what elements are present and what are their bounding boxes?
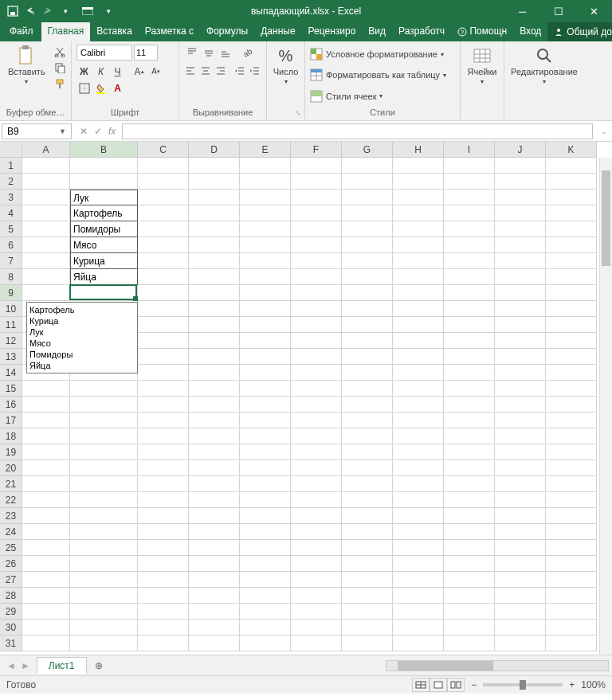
cell-E12[interactable]: [240, 333, 291, 349]
dropdown-item[interactable]: Лук: [29, 327, 135, 338]
cell-G23[interactable]: [342, 508, 393, 524]
cell-C23[interactable]: [138, 508, 189, 524]
cell-A17[interactable]: [22, 413, 70, 428]
cell-E14[interactable]: [240, 365, 291, 381]
cell-K10[interactable]: [546, 301, 597, 317]
cell-F8[interactable]: [291, 269, 342, 285]
cell-D12[interactable]: [189, 333, 240, 349]
dropdown-item[interactable]: Картофель: [29, 304, 135, 315]
row-header-22[interactable]: 22: [0, 492, 22, 508]
zoom-slider[interactable]: [483, 683, 563, 686]
ribbon-display-icon[interactable]: [72, 7, 104, 15]
cell-F7[interactable]: [291, 253, 342, 269]
sheet-nav[interactable]: ◄►: [0, 660, 37, 671]
redo-icon[interactable]: [41, 5, 54, 18]
format-as-table-button[interactable]: Форматировать как таблицу ▾: [310, 68, 455, 81]
cell-B4[interactable]: Картофель: [70, 205, 138, 221]
cell-H2[interactable]: [393, 174, 444, 190]
cell-I13[interactable]: [444, 349, 495, 365]
bold-button[interactable]: Ж: [76, 64, 92, 79]
cell-J5[interactable]: [495, 221, 546, 237]
cell-G11[interactable]: [342, 317, 393, 333]
cell-G30[interactable]: [342, 620, 393, 635]
cell-C7[interactable]: [138, 253, 189, 269]
cell-C14[interactable]: [138, 365, 189, 381]
view-page-break-icon[interactable]: [447, 678, 465, 692]
ribbon-options-arrow[interactable]: ▾: [104, 7, 114, 15]
increase-indent-icon[interactable]: [248, 63, 261, 78]
cell-F1[interactable]: [291, 158, 342, 174]
cell-H28[interactable]: [393, 588, 444, 604]
underline-button[interactable]: Ч: [110, 64, 125, 79]
dropdown-item[interactable]: Помидоры: [29, 349, 135, 360]
cell-K21[interactable]: [546, 476, 597, 492]
cell-A7[interactable]: [22, 253, 70, 269]
cell-E24[interactable]: [240, 524, 291, 540]
cell-B9[interactable]: [70, 285, 138, 301]
row-header-29[interactable]: 29: [0, 604, 22, 620]
maximize-icon[interactable]: ☐: [540, 0, 576, 22]
cell-J10[interactable]: [495, 301, 546, 317]
cell-A30[interactable]: [22, 620, 70, 635]
cell-D2[interactable]: [189, 174, 240, 190]
dropdown-item[interactable]: Мясо: [29, 338, 135, 349]
cell-D11[interactable]: [189, 317, 240, 333]
cell-H25[interactable]: [393, 540, 444, 556]
cell-A29[interactable]: [22, 604, 70, 620]
cell-K20[interactable]: [546, 460, 597, 476]
cell-H4[interactable]: [393, 205, 444, 221]
cell-E28[interactable]: [240, 588, 291, 604]
cell-A5[interactable]: [22, 221, 70, 237]
name-box[interactable]: B9▼: [2, 123, 72, 139]
cell-K4[interactable]: [546, 205, 597, 221]
cell-J31[interactable]: [495, 635, 546, 651]
cell-G17[interactable]: [342, 413, 393, 428]
cell-D29[interactable]: [189, 604, 240, 620]
cell-H30[interactable]: [393, 620, 444, 635]
align-middle-icon[interactable]: [201, 45, 216, 60]
cell-I10[interactable]: [444, 301, 495, 317]
cell-C4[interactable]: [138, 205, 189, 221]
cancel-formula-icon[interactable]: ✕: [80, 126, 88, 137]
enter-formula-icon[interactable]: ✓: [94, 126, 102, 137]
tab-review[interactable]: Рецензиро: [302, 22, 363, 41]
cell-J13[interactable]: [495, 349, 546, 365]
cell-H31[interactable]: [393, 635, 444, 651]
cell-H6[interactable]: [393, 237, 444, 253]
row-header-4[interactable]: 4: [0, 205, 22, 221]
cells-button[interactable]: Ячейки ▾: [465, 45, 499, 87]
tab-home[interactable]: Главная: [41, 22, 91, 41]
cell-B5[interactable]: Помидоры: [70, 221, 138, 237]
add-sheet-button[interactable]: ⊕: [87, 660, 111, 671]
cell-G5[interactable]: [342, 221, 393, 237]
cell-G29[interactable]: [342, 604, 393, 620]
tab-signin[interactable]: Вход: [513, 22, 547, 41]
cell-E31[interactable]: [240, 635, 291, 651]
cell-C18[interactable]: [138, 428, 189, 444]
cell-C26[interactable]: [138, 556, 189, 572]
cell-H10[interactable]: [393, 301, 444, 317]
cell-F13[interactable]: [291, 349, 342, 365]
cell-B3[interactable]: Лук: [70, 190, 138, 205]
save-icon[interactable]: [6, 5, 19, 18]
cell-J16[interactable]: [495, 397, 546, 413]
cell-J11[interactable]: [495, 317, 546, 333]
cell-I18[interactable]: [444, 428, 495, 444]
cell-A1[interactable]: [22, 158, 70, 174]
cell-F17[interactable]: [291, 413, 342, 428]
cell-C15[interactable]: [138, 381, 189, 397]
cell-H13[interactable]: [393, 349, 444, 365]
cell-F5[interactable]: [291, 221, 342, 237]
cell-J28[interactable]: [495, 588, 546, 604]
col-header-I[interactable]: I: [444, 142, 495, 158]
paste-button[interactable]: Вставить ▾: [5, 45, 49, 87]
select-all-corner[interactable]: [0, 142, 22, 158]
cell-C28[interactable]: [138, 588, 189, 604]
format-painter-icon[interactable]: [52, 76, 68, 91]
cell-F28[interactable]: [291, 588, 342, 604]
cell-K9[interactable]: [546, 285, 597, 301]
cell-G1[interactable]: [342, 158, 393, 174]
cell-A26[interactable]: [22, 556, 70, 572]
cell-B27[interactable]: [70, 572, 138, 588]
cell-J15[interactable]: [495, 381, 546, 397]
